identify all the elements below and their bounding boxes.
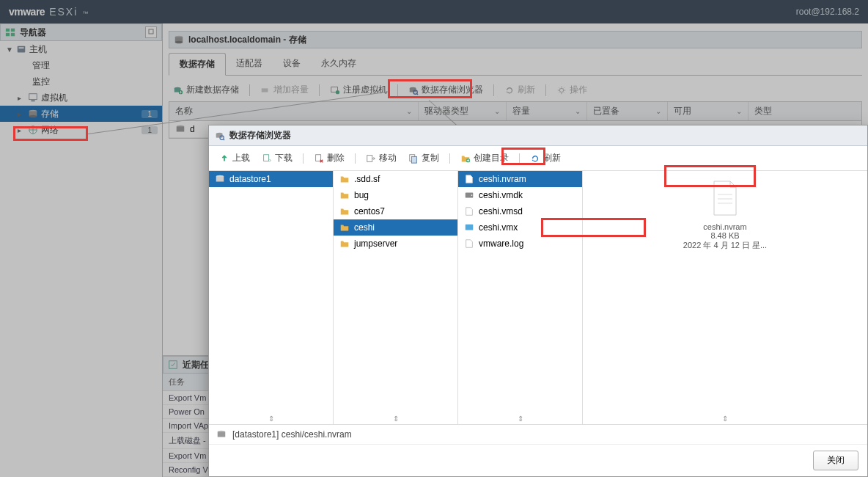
refresh-button[interactable]: 刷新 <box>526 150 565 166</box>
datastore-icon <box>215 174 225 184</box>
download-icon <box>262 153 272 164</box>
col-label: 类型 <box>754 105 772 117</box>
datastore-item[interactable]: datastore1 <box>209 171 333 187</box>
dialog-title-bar[interactable]: 数据存储浏览器 <box>209 125 867 146</box>
pin-button[interactable] <box>145 26 157 38</box>
file-item[interactable]: ceshi.vmx <box>458 219 582 236</box>
file-item-nvram[interactable]: ceshi.nvram <box>458 171 582 187</box>
separator <box>303 153 304 164</box>
resize-handle-icon[interactable]: ⇕ <box>268 415 274 423</box>
item-label: ceshi.nvram <box>479 174 526 184</box>
expand-icon[interactable]: ▸ <box>18 94 25 102</box>
resize-handle-icon[interactable]: ⇕ <box>722 415 728 423</box>
move-icon <box>366 153 376 164</box>
tree-item-vms[interactable]: ▸ 虚拟机 <box>0 90 162 106</box>
col-name[interactable]: 名称⌄ <box>169 102 419 120</box>
file-item[interactable]: vmware.log <box>458 236 582 252</box>
browser-icon <box>408 85 419 95</box>
svg-rect-36 <box>367 155 372 161</box>
brand-tm: ™ <box>82 10 88 17</box>
btn-label: 刷新 <box>543 152 561 164</box>
folder-item[interactable]: .sdd.sf <box>334 171 457 187</box>
navigator-sidebar: 导航器 ▼ 主机 管理 监控 ▸ 虚拟机 <box>0 23 163 477</box>
tree-item-manage[interactable]: 管理 <box>0 57 162 73</box>
btn-label: 增加容量 <box>273 84 309 96</box>
top-bar: vmware ESXi ™ root@192.168.2 <box>0 0 868 23</box>
item-label: ceshi.vmx <box>479 222 518 233</box>
resize-handle-icon[interactable]: ⇕ <box>393 415 399 423</box>
separator <box>319 84 320 96</box>
new-datastore-button[interactable]: 新建数据存储 <box>169 81 243 98</box>
col-drivetype[interactable]: 驱动器类型⌄ <box>419 102 507 120</box>
download-button[interactable]: 下载 <box>257 150 297 166</box>
btn-label: 操作 <box>570 84 587 96</box>
tab-datastores[interactable]: 数据存储 <box>169 53 226 76</box>
datastore-browser-button[interactable]: 数据存储浏览器 <box>404 81 488 98</box>
dialog-footer: 关闭 <box>209 445 867 476</box>
user-info[interactable]: root@192.168.2 <box>796 7 859 17</box>
tree-item-storage[interactable]: ▸ 存储 1 <box>0 106 162 122</box>
btn-label: 删除 <box>327 152 345 164</box>
refresh-button[interactable]: 刷新 <box>500 81 540 98</box>
chevron-down-icon: ⌄ <box>736 107 742 115</box>
expand-icon[interactable]: ▸ <box>18 126 25 134</box>
btn-label: 新建数据存储 <box>186 84 239 96</box>
vm-icon <box>28 92 38 103</box>
folder-item-ceshi[interactable]: ceshi <box>334 219 457 236</box>
tab-label: 设备 <box>283 58 301 68</box>
tree-label: 主机 <box>29 43 47 56</box>
copy-button[interactable]: 复制 <box>404 150 444 166</box>
brand-esxi: ESXi <box>49 6 78 18</box>
tab-pmem[interactable]: 永久内存 <box>311 53 367 75</box>
register-vm-icon <box>330 85 340 95</box>
recent-title: 近期任 <box>183 359 209 371</box>
datastore-icon <box>216 429 227 440</box>
upload-button[interactable]: 上载 <box>215 150 254 166</box>
svg-point-21 <box>336 90 339 94</box>
folder-icon <box>339 174 350 184</box>
col-type[interactable]: 类型 <box>749 102 861 120</box>
tree-badge: 1 <box>141 110 158 118</box>
delete-button[interactable]: 删除 <box>309 150 349 166</box>
tree-item-monitor[interactable]: 监控 <box>0 73 162 90</box>
separator <box>449 153 450 164</box>
move-button[interactable]: 移动 <box>361 150 401 166</box>
col-label: 已置备 <box>593 105 619 117</box>
file-item[interactable]: ceshi.vmsd <box>458 203 582 219</box>
actions-button[interactable]: 操作 <box>552 81 592 98</box>
browser-columns: datastore1 ⇕ .sdd.sf bug centos7 ceshi <box>209 171 867 425</box>
btn-label: 注册虚拟机 <box>343 84 387 96</box>
tree-item-network[interactable]: ▸ 网络 1 <box>0 122 162 138</box>
chevron-down-icon: ⌄ <box>494 107 500 115</box>
col-capacity[interactable]: 容量⌄ <box>507 102 587 120</box>
item-label: centos7 <box>354 206 385 216</box>
navigator-icon <box>5 27 15 37</box>
register-vm-button[interactable]: 注册虚拟机 <box>326 81 391 98</box>
datastore-column: datastore1 ⇕ <box>209 171 334 424</box>
tree-label: 网络 <box>41 124 59 136</box>
svg-rect-8 <box>31 101 34 102</box>
details-filename: ceshi.nvram <box>703 222 746 231</box>
tree-item-host[interactable]: ▼ 主机 <box>0 41 162 57</box>
resize-handle-icon[interactable]: ⇕ <box>518 415 523 423</box>
close-button[interactable]: 关闭 <box>813 451 858 470</box>
tab-label: 适配器 <box>236 58 262 68</box>
folder-item[interactable]: bug <box>334 187 457 203</box>
datastore-icon <box>174 34 184 45</box>
folder-item[interactable]: centos7 <box>334 203 457 219</box>
increase-capacity-button[interactable]: 增加容量 <box>256 81 313 98</box>
upload-icon <box>219 153 229 164</box>
col-free[interactable]: 可用⌄ <box>668 102 749 120</box>
folder-item[interactable]: jumpserver <box>334 236 457 252</box>
create-dir-button[interactable]: 创建目录 <box>456 150 513 166</box>
details-column: ceshi.nvram 8.48 KB 2022 年 4 月 12 日 星...… <box>583 171 867 424</box>
datastore-browser-dialog: 数据存储浏览器 上载 下载 删除 移动 复制 创建目录 <box>208 125 868 477</box>
tab-devices[interactable]: 设备 <box>273 53 311 75</box>
host-icon <box>16 44 26 54</box>
expand-icon[interactable]: ▼ <box>6 45 13 54</box>
item-label: bug <box>354 190 369 200</box>
expand-icon[interactable]: ▸ <box>18 110 25 118</box>
tab-adapters[interactable]: 适配器 <box>226 53 273 75</box>
col-provisioned[interactable]: 已置备⌄ <box>587 102 668 120</box>
file-item[interactable]: ceshi.vmdk <box>458 187 582 203</box>
